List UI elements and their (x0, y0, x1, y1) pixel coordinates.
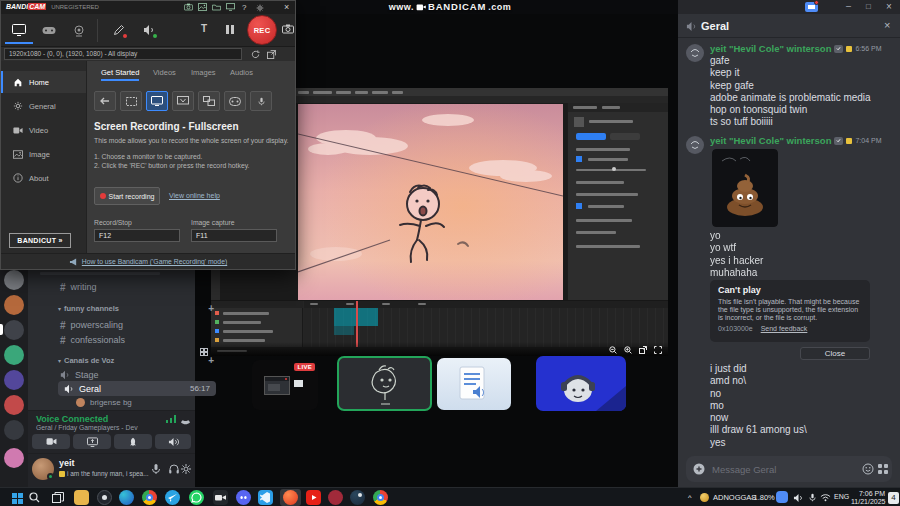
start-recording-button[interactable]: Start recording (94, 187, 160, 205)
avatar[interactable] (686, 136, 704, 154)
embed-close-button[interactable]: Close (800, 347, 870, 360)
steam-icon[interactable] (350, 490, 365, 505)
participant-tile-document[interactable] (437, 358, 511, 410)
rec-button[interactable]: REC (247, 15, 277, 45)
capture-camera-icon[interactable] (184, 3, 193, 11)
open-folder-icon[interactable] (212, 3, 221, 11)
screenshare-button[interactable] (73, 434, 111, 449)
capture-image-icon[interactable] (198, 3, 207, 11)
online-help-link[interactable]: View online help (169, 192, 220, 199)
file-explorer-icon[interactable] (74, 490, 89, 505)
wifi-icon[interactable] (820, 493, 831, 502)
hotkey-record-input[interactable] (94, 229, 180, 242)
category-voice[interactable]: ▾ Canais de Voz + (58, 355, 214, 366)
nav-general[interactable]: General (1, 95, 86, 117)
channel-stage[interactable]: Stage (60, 368, 212, 382)
message-input[interactable] (712, 456, 852, 482)
tab-images[interactable]: Images (191, 68, 216, 77)
channel-powerscaling[interactable]: # powerscaling (60, 318, 212, 332)
language-indicator[interactable]: ENG (834, 493, 849, 500)
maximize-button[interactable]: □ (866, 2, 871, 11)
whatsapp-icon[interactable] (189, 490, 204, 505)
channel-confessionals[interactable]: # confessionals (60, 333, 212, 347)
soundboard-button[interactable] (155, 434, 191, 449)
mode-multi-monitor-button[interactable] (198, 91, 220, 111)
hotkey-image-input[interactable] (191, 229, 277, 242)
tab-videos[interactable]: Videos (153, 68, 176, 77)
external-window-icon[interactable] (267, 50, 276, 59)
ticker-change[interactable]: -1.80% (751, 493, 775, 502)
clock[interactable]: 7:06 PM 11/21/2025 (851, 490, 885, 506)
nav-video[interactable]: Video (1, 119, 86, 141)
window-close-icon[interactable]: × (284, 2, 289, 12)
close-chat-icon[interactable]: × (884, 19, 890, 31)
add-channel-icon[interactable]: + (208, 355, 214, 366)
search-icon[interactable] (29, 492, 40, 503)
mode-around-mouse-button[interactable] (172, 91, 194, 111)
apps-grid-icon[interactable] (878, 464, 888, 474)
monitor-small-icon[interactable] (226, 3, 235, 11)
tab-audios[interactable]: Audios (230, 68, 253, 77)
headphones-icon[interactable] (168, 463, 180, 475)
nav-home[interactable]: Home (1, 71, 86, 93)
mode-region-button[interactable] (120, 91, 142, 111)
camera-button[interactable] (32, 434, 70, 449)
server-icon[interactable] (4, 395, 24, 415)
mode-device-button[interactable] (224, 91, 246, 111)
start-button[interactable] (4, 488, 23, 506)
voice-member[interactable]: brigense bg (76, 397, 228, 408)
zoom-out-icon[interactable] (609, 346, 617, 354)
server-icon[interactable] (4, 420, 24, 440)
stream-indicator-icon[interactable] (805, 2, 818, 12)
text-overlay-icon[interactable]: T (201, 23, 207, 34)
nav-image[interactable]: Image (1, 143, 86, 165)
device-mode-tab[interactable] (65, 17, 93, 44)
add-channel-icon[interactable]: + (208, 303, 214, 314)
participant-tile-speaking[interactable] (337, 356, 432, 411)
server-icon[interactable] (4, 345, 24, 365)
disconnect-icon[interactable] (180, 414, 191, 425)
titlebar-gear-icon[interactable] (256, 4, 264, 12)
zoom-in-icon[interactable] (624, 346, 632, 354)
attach-plus-icon[interactable] (693, 463, 705, 475)
mode-audio-button[interactable] (250, 91, 272, 111)
server-icon[interactable] (4, 370, 24, 390)
server-icon[interactable] (4, 270, 24, 290)
display-select[interactable]: 1920x1080 - (0, 0), (1920, 1080) - All d… (4, 48, 242, 60)
edge-icon[interactable] (119, 490, 134, 505)
obs-icon[interactable] (97, 490, 112, 505)
avatar[interactable] (686, 44, 704, 62)
media-app-icon[interactable] (328, 490, 343, 505)
tab-get-started[interactable]: Get Started (101, 68, 139, 81)
help-icon[interactable]: ? (242, 3, 246, 12)
tray-mic-icon[interactable] (808, 492, 817, 503)
settings-gear-icon[interactable] (180, 463, 192, 475)
youtube-icon[interactable] (306, 490, 321, 505)
refresh-icon[interactable] (251, 50, 260, 59)
chrome-icon[interactable] (142, 490, 157, 505)
category-funny-channels[interactable]: ▾ funny channels + (58, 303, 214, 314)
bandicam-taskbar-icon[interactable] (213, 490, 228, 505)
fullscreen-icon[interactable] (654, 346, 662, 354)
chrome-profile-icon[interactable] (373, 490, 388, 505)
discord-taskbar-icon[interactable] (236, 490, 251, 505)
minimize-button[interactable]: – (846, 1, 851, 11)
ticker-symbol[interactable]: ADNOGGAS (713, 493, 756, 502)
send-feedback-link[interactable]: Send feedback (761, 325, 808, 332)
task-view-icon[interactable] (52, 492, 64, 503)
bandicut-logo[interactable]: BANDICUT » (9, 233, 71, 248)
server-icon[interactable] (4, 320, 24, 340)
server-icon[interactable] (4, 448, 24, 468)
message-author[interactable]: yeit "Hevil Cole" winterson (710, 135, 831, 146)
popout-icon[interactable] (639, 346, 647, 354)
notification-badge[interactable]: 4 (888, 492, 899, 504)
pause-icon[interactable] (225, 24, 235, 35)
participant-tile-streamer[interactable]: LIVE (252, 360, 318, 410)
snapshot-camera-icon[interactable] (282, 24, 294, 34)
close-button[interactable]: × (886, 1, 892, 12)
emoji-icon[interactable] (862, 463, 874, 475)
mode-back-button[interactable] (94, 91, 116, 111)
mode-fullscreen-button[interactable] (146, 91, 168, 111)
activities-button[interactable] (114, 434, 152, 449)
screen-mode-tab[interactable] (5, 17, 33, 44)
